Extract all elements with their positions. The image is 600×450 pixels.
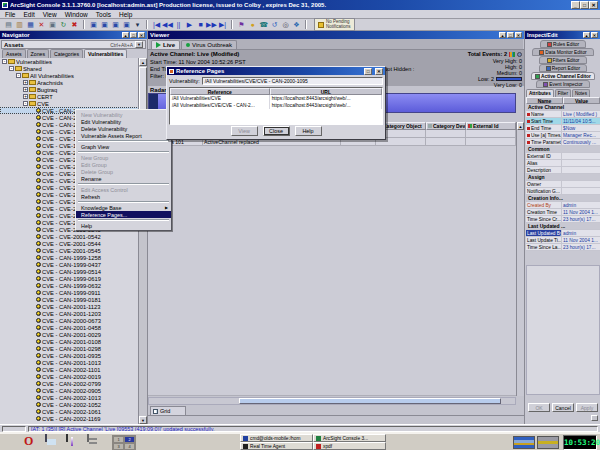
resize-grip-icon[interactable]	[591, 415, 598, 421]
attribute-row[interactable]: NameLive ( Modified )	[526, 111, 600, 118]
minimize-button[interactable]: _	[571, 1, 580, 9]
tree-item[interactable]: CVE - CAN-2001-0108	[0, 338, 139, 345]
attribute-row[interactable]: Creation Time11 Nov 2004 1...	[526, 209, 600, 216]
tree-item[interactable]: +Bugtraq	[0, 86, 139, 93]
opera-icon[interactable]: O	[24, 435, 39, 449]
dialog-maximize-icon[interactable]: □	[364, 68, 372, 75]
cancel-button[interactable]: Cancel	[552, 403, 574, 412]
pager-thumbnail[interactable]	[537, 436, 559, 449]
tree-item[interactable]: CVE - CAN-2002-1052	[0, 401, 139, 408]
menu-item-edit-group[interactable]: Edit Group	[76, 161, 171, 168]
tree-item[interactable]: CVE - CAN-1999-0619	[0, 275, 139, 282]
workspace-2[interactable]: 2	[124, 436, 135, 443]
grid-view-icon[interactable]: ▣	[88, 20, 99, 30]
inspector-titlebar[interactable]: Inspect/Edit ▴ ✕	[525, 31, 600, 39]
case-icon[interactable]: ●	[247, 20, 258, 30]
tree-item[interactable]: CVE - CAN-2002-1169	[0, 415, 139, 422]
reference-row[interactable]: /All Vulnerabilities/CVEhttps://localhos…	[170, 95, 382, 102]
tree-item[interactable]: CVE - CAN-2001-1203	[0, 310, 139, 317]
phone-icon[interactable]: ☎	[258, 20, 269, 30]
expand-toggle-icon[interactable]: +	[23, 87, 28, 92]
forward-icon[interactable]: ▶▶	[206, 20, 217, 30]
task-button[interactable]: ArcSight Console 3...	[313, 434, 386, 442]
report-view-icon[interactable]: ▣	[121, 20, 132, 30]
menu-item-reference-pages[interactable]: Reference Pages...	[76, 211, 171, 218]
window-titlebar[interactable]: ArcSight Console 3.1.1.3760.0 [localhost…	[0, 0, 600, 10]
tree-item[interactable]: CVE - CAN-1999-0911	[0, 289, 139, 296]
attribute-row[interactable]: Last Update Ti...11 Nov 2004 1...	[526, 237, 600, 244]
tab-notes[interactable]: Notes	[572, 89, 590, 97]
tree-item[interactable]: CVE - CVE-2001-0542	[0, 233, 139, 240]
menu-help[interactable]: Help	[119, 11, 132, 18]
attribute-row[interactable]: Created Byadmin	[526, 202, 600, 209]
menu-item-rename[interactable]: Rename	[76, 175, 171, 182]
tree-item[interactable]: CVE - CAN-2001-1123	[0, 303, 139, 310]
channel-view-icon[interactable]: ▣	[99, 20, 110, 30]
menu-item-new-vulnerability[interactable]: New Vulnerability	[76, 111, 171, 118]
tab-zones[interactable]: Zones	[27, 49, 49, 58]
save-icon[interactable]: ▦	[25, 20, 36, 30]
attribute-row[interactable]: Last Updated Byadmin	[526, 230, 600, 237]
navigator-titlebar[interactable]: Navigator ▴ □ ✕	[0, 31, 147, 39]
dashboard-view-icon[interactable]: ▣	[110, 20, 121, 30]
attribute-row[interactable]: Time Since Cr...23 hour(s) 17...	[526, 216, 600, 223]
tree-item[interactable]: CVE - CAN-1999-1258	[0, 254, 139, 261]
panel-close-icon[interactable]: ✕	[515, 32, 522, 38]
editor-tab-report-editor[interactable]: Report Editor	[539, 64, 587, 72]
workspace-3[interactable]: 3	[113, 443, 124, 450]
panel-undock-icon[interactable]: ▴	[122, 32, 129, 38]
column-header-external-id[interactable]: External Id	[466, 122, 516, 130]
tree-item[interactable]: -CVE	[0, 100, 139, 107]
annotate-flag-icon[interactable]: ⚑	[236, 20, 247, 30]
tree-item[interactable]: CVE - CAN-2001-0935	[0, 352, 139, 359]
grid-bottom-tab[interactable]: Grid	[150, 406, 186, 415]
task-button[interactable]: xpdf	[313, 442, 386, 450]
attribute-row[interactable]: End Time$Now	[526, 125, 600, 132]
tree-item[interactable]: CVE - CAN-2002-1061	[0, 408, 139, 415]
tree-item[interactable]: -Shared	[0, 65, 139, 72]
grid-horizontal-scrollbar[interactable]	[148, 397, 516, 405]
tree-item[interactable]: CVE - CAN-2001-1013	[0, 359, 139, 366]
tab-filter[interactable]: Filter	[555, 89, 571, 97]
remove-icon[interactable]: ✖	[69, 20, 80, 30]
panel-close-icon[interactable]: ✕	[138, 32, 145, 38]
tree-item[interactable]: CVE - CAN-2002-0799	[0, 380, 139, 387]
menu-item-help[interactable]: Help	[76, 222, 171, 229]
column-header-url[interactable]: URL	[270, 88, 382, 95]
display-icon[interactable]	[45, 435, 60, 449]
tree-item[interactable]: CVE - CAN-1999-0514	[0, 268, 139, 275]
tree-item[interactable]: CVE - CAN-2002-1013	[0, 394, 139, 401]
tree-item[interactable]: CVE - CVE-2001-0545	[0, 247, 139, 254]
workspace-1[interactable]: 1	[113, 436, 124, 443]
jump-end-icon[interactable]: ▶|	[217, 20, 228, 30]
attribute-row[interactable]: Owner	[526, 181, 600, 188]
tree-item[interactable]: +CERT	[0, 93, 139, 100]
tree-item[interactable]: CVE - CAN-2002-0905	[0, 387, 139, 394]
menu-item-new-group[interactable]: New Group	[76, 154, 171, 161]
menu-item-graph-view[interactable]: Graph View	[76, 143, 171, 150]
globe-icon[interactable]	[517, 52, 522, 57]
tree-item[interactable]: CVE - CAN-2000-0673	[0, 317, 139, 324]
menu-item-edit-vulnerability[interactable]: Edit Vulnerability	[76, 118, 171, 125]
expand-toggle-icon[interactable]: +	[23, 80, 28, 85]
rewind-icon[interactable]: ◀◀	[162, 20, 173, 30]
tree-item[interactable]: CVE - CAN-2001-0458	[0, 324, 139, 331]
attribute-row[interactable]: Time Paramet...Continuously ...	[526, 139, 600, 146]
delete-icon[interactable]: ✕	[36, 20, 47, 30]
panel-maximize-icon[interactable]: □	[130, 32, 137, 38]
expand-toggle-icon[interactable]: -	[2, 59, 7, 64]
menu-item-delete-group[interactable]: Delete Group	[76, 168, 171, 175]
tree-item[interactable]: CVE - CAN-1999-0181	[0, 296, 139, 303]
task-button[interactable]: cmd@olds-mobile:/hom	[240, 434, 313, 442]
panel-undock-icon[interactable]: ▴	[499, 32, 506, 38]
chevron-down-icon[interactable]: ▼	[135, 41, 143, 48]
menu-tools[interactable]: Tools	[96, 11, 111, 18]
viewer-titlebar[interactable]: Viewer ▴ □ ✕	[148, 31, 524, 39]
attribute-row[interactable]: Start Time11/11/04 10:5...	[526, 118, 600, 125]
tree-item[interactable]: -Vulnerabilities	[0, 58, 139, 65]
column-header-category-device[interactable]: Category Device	[426, 122, 466, 130]
menu-item-edit-access-control[interactable]: Edit Access Control	[76, 186, 171, 193]
attribute-row[interactable]: Description	[526, 167, 600, 174]
attr-column-value[interactable]: Value	[563, 97, 600, 104]
tree-item[interactable]: CVE - CVE-2001-0544	[0, 240, 139, 247]
